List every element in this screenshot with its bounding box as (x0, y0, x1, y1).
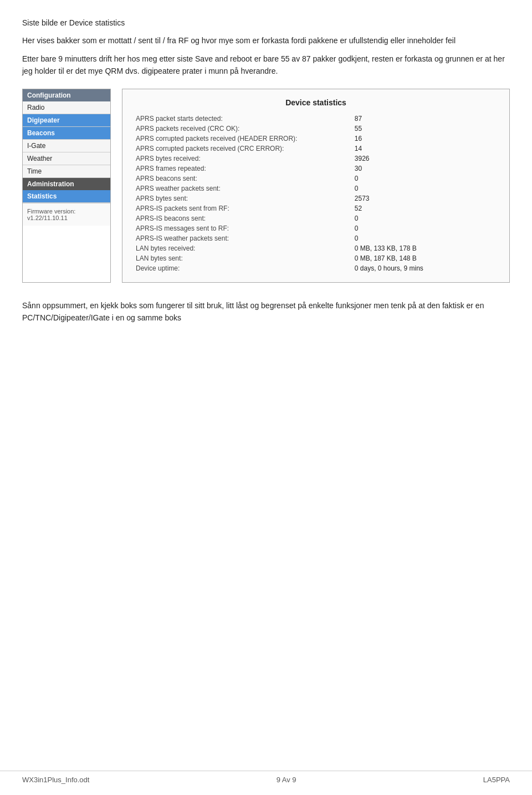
conclusion-text: Sånn oppsummert, en kjekk boks som funge… (22, 299, 510, 324)
stats-row: APRS corrupted packets received (CRC ERR… (134, 144, 498, 154)
stats-label: LAN bytes sent: (134, 253, 352, 263)
stats-row: APRS beacons sent:0 (134, 174, 498, 184)
footer-author: LA5PPA (483, 776, 510, 784)
stats-value: 3926 (352, 154, 498, 164)
sidebar-item-weather[interactable]: Weather (23, 152, 110, 165)
stats-row: APRS bytes received:3926 (134, 154, 498, 164)
stats-value: 52 (352, 203, 498, 213)
stats-label: APRS packets received (CRC OK): (134, 124, 352, 134)
stats-label: APRS-IS weather packets sent: (134, 233, 352, 243)
stats-row: APRS-IS weather packets sent:0 (134, 233, 498, 243)
stats-value: 0 (352, 233, 498, 243)
stats-label: APRS-IS packets sent from RF: (134, 203, 352, 213)
footer-filename: WX3in1Plus_Info.odt (22, 776, 89, 784)
stats-label: APRS-IS beacons sent: (134, 213, 352, 223)
intro-heading: Siste bilde er Device statistics (22, 17, 510, 29)
stats-value: 0 MB, 187 KB, 148 B (352, 253, 498, 263)
sidebar-firmware: Firmware version: v1.22/11.10.11 (23, 203, 110, 226)
stats-row: APRS packets received (CRC OK):55 (134, 124, 498, 134)
stats-label: APRS frames repeated: (134, 164, 352, 174)
stats-label: APRS bytes received: (134, 154, 352, 164)
stats-label: Device uptime: (134, 263, 352, 273)
stats-value: 14 (352, 144, 498, 154)
stats-table: APRS packet starts detected:87APRS packe… (134, 114, 498, 273)
sidebar-admin-header: Administration (23, 178, 110, 190)
stats-label: APRS corrupted packets received (CRC ERR… (134, 144, 352, 154)
stats-label: LAN bytes received: (134, 243, 352, 253)
stats-row: APRS corrupted packets received (HEADER … (134, 134, 498, 144)
intro-para2: Etter bare 9 minutters drift her hos meg… (22, 53, 510, 78)
stats-label: APRS beacons sent: (134, 174, 352, 184)
stats-label: APRS bytes sent: (134, 193, 352, 203)
stats-value: 55 (352, 124, 498, 134)
stats-panel: Device statistics APRS packet starts det… (122, 89, 510, 283)
stats-row: Device uptime:0 days, 0 hours, 9 mins (134, 263, 498, 273)
firmware-version: v1.22/11.10.11 (27, 215, 68, 221)
stats-value: 0 (352, 213, 498, 223)
stats-row: APRS bytes sent:2573 (134, 193, 498, 203)
stats-value: 87 (352, 114, 498, 124)
stats-value: 2573 (352, 193, 498, 203)
footer: WX3in1Plus_Info.odt 9 Av 9 LA5PPA (0, 771, 532, 784)
stats-label: APRS-IS messages sent to RF: (134, 223, 352, 233)
sidebar-item-statistics[interactable]: Statistics (23, 190, 110, 203)
sidebar-config-header: Configuration (23, 89, 110, 101)
stats-value: 0 (352, 184, 498, 193)
stats-row: APRS-IS messages sent to RF:0 (134, 223, 498, 233)
stats-value: 0 MB, 133 KB, 178 B (352, 243, 498, 253)
intro-section: Siste bilde er Device statistics Her vis… (22, 17, 510, 78)
sidebar-item-digipeater[interactable]: Digipeater (23, 114, 110, 127)
stats-title: Device statistics (134, 98, 498, 107)
stats-row: LAN bytes sent:0 MB, 187 KB, 148 B (134, 253, 498, 263)
stats-value: 0 days, 0 hours, 9 mins (352, 263, 498, 273)
stats-row: APRS-IS beacons sent:0 (134, 213, 498, 223)
stats-label: APRS weather packets sent: (134, 184, 352, 193)
stats-row: APRS-IS packets sent from RF:52 (134, 203, 498, 213)
sidebar-item-igate[interactable]: I-Gate (23, 140, 110, 152)
stats-value: 30 (352, 164, 498, 174)
intro-para1: Her vises bakker som er mottatt / sent t… (22, 34, 510, 47)
sidebar-item-radio[interactable]: Radio (23, 101, 110, 114)
page-content: Siste bilde er Device statistics Her vis… (0, 0, 532, 368)
stats-row: APRS frames repeated:30 (134, 164, 498, 174)
stats-label: APRS corrupted packets received (HEADER … (134, 134, 352, 144)
stats-row: APRS packet starts detected:87 (134, 114, 498, 124)
stats-row: APRS weather packets sent:0 (134, 184, 498, 193)
sidebar-item-beacons[interactable]: Beacons (23, 127, 110, 140)
firmware-label: Firmware version: (27, 208, 75, 215)
stats-value: 0 (352, 223, 498, 233)
stats-value: 16 (352, 134, 498, 144)
stats-label: APRS packet starts detected: (134, 114, 352, 124)
sidebar: Configuration Radio Digipeater Beacons I… (22, 89, 111, 283)
device-stats-container: Configuration Radio Digipeater Beacons I… (22, 89, 510, 283)
stats-row: LAN bytes received:0 MB, 133 KB, 178 B (134, 243, 498, 253)
sidebar-item-time[interactable]: Time (23, 165, 110, 178)
stats-value: 0 (352, 174, 498, 184)
footer-page-info: 9 Av 9 (277, 776, 296, 784)
